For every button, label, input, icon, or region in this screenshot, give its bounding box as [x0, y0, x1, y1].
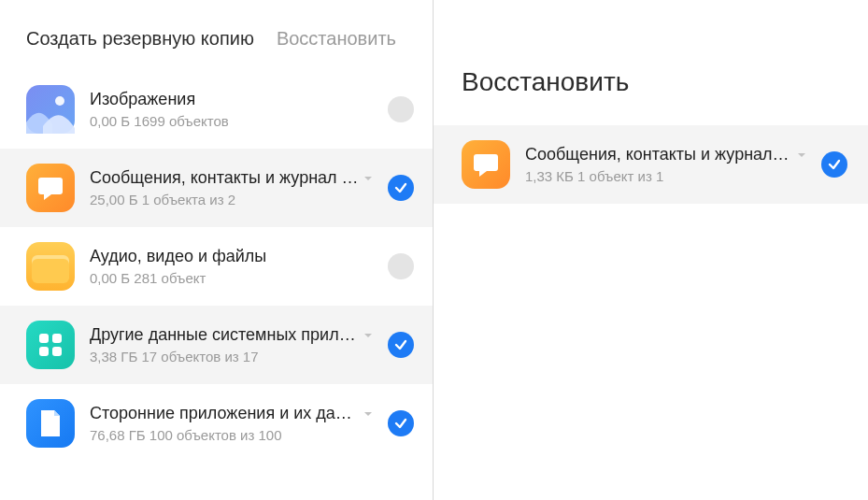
messages-icon: [26, 164, 75, 212]
item-text: Изображения 0,00 Б 1699 объектов: [90, 90, 373, 129]
item-subtitle: 25,00 Б 1 объекта из 2: [90, 192, 373, 207]
item-text: Аудио, видео и файлы 0,00 Б 281 объект: [90, 247, 373, 286]
check-icon: [393, 180, 408, 195]
item-subtitle: 3,38 ГБ 17 объектов из 17: [90, 349, 373, 364]
tabs: Создать резервную копию Восстановить: [0, 0, 433, 70]
item-title: Сообщения, контакты и журнал в…: [90, 168, 360, 188]
chevron-down-icon: [363, 331, 373, 340]
tab-backup[interactable]: Создать резервную копию: [26, 28, 254, 50]
item-title: Аудио, видео и файлы: [90, 247, 266, 266]
item-subtitle: 76,68 ГБ 100 объектов из 100: [90, 427, 373, 443]
checkbox[interactable]: [388, 96, 414, 122]
svg-rect-8: [474, 154, 498, 171]
document-icon: [26, 399, 75, 448]
checkbox[interactable]: [388, 332, 414, 358]
svg-rect-4: [39, 334, 49, 343]
item-subtitle: 1,33 КБ 1 объект из 1: [525, 168, 806, 184]
svg-point-0: [55, 96, 64, 106]
item-title: Сторонние приложения и их данн…: [90, 404, 360, 423]
item-subtitle: 0,00 Б 1699 объектов: [90, 113, 373, 129]
svg-rect-7: [52, 347, 62, 356]
item-title: Изображения: [90, 90, 195, 109]
item-text: Сторонние приложения и их данн… 76,68 ГБ…: [90, 404, 373, 443]
chevron-down-icon: [797, 150, 806, 160]
list-item-system-apps[interactable]: Другие данные системных прило… 3,38 ГБ 1…: [0, 306, 433, 384]
item-subtitle: 0,00 Б 281 объект: [90, 270, 373, 286]
item-text: Сообщения, контакты и журнал в… 1,33 КБ …: [525, 145, 806, 184]
restore-panel: Восстановить Сообщения, контакты и журна…: [434, 0, 868, 500]
list-item-messages[interactable]: Сообщения, контакты и журнал в… 25,00 Б …: [0, 149, 433, 227]
item-text: Сообщения, контакты и журнал в… 25,00 Б …: [90, 168, 373, 207]
page-title: Восстановить: [434, 0, 868, 125]
item-title: Другие данные системных прило…: [90, 325, 360, 345]
list-item-images[interactable]: Изображения 0,00 Б 1699 объектов: [0, 70, 433, 149]
chevron-down-icon: [363, 409, 373, 419]
svg-rect-3: [32, 259, 69, 283]
list-item-messages[interactable]: Сообщения, контакты и журнал в… 1,33 КБ …: [434, 125, 868, 204]
backup-panel: Создать резервную копию Восстановить Изо…: [0, 0, 434, 500]
checkbox[interactable]: [821, 151, 847, 178]
tab-restore[interactable]: Восстановить: [277, 28, 396, 50]
checkbox[interactable]: [388, 410, 414, 436]
images-icon: [26, 85, 75, 134]
check-icon: [393, 416, 408, 431]
checkbox[interactable]: [388, 175, 414, 201]
svg-rect-1: [38, 178, 63, 194]
list-item-files[interactable]: Аудио, видео и файлы 0,00 Б 281 объект: [0, 227, 433, 306]
svg-rect-5: [52, 334, 62, 343]
check-icon: [393, 337, 408, 352]
system-apps-icon: [26, 321, 75, 369]
messages-icon: [462, 140, 510, 189]
chevron-down-icon: [363, 174, 373, 183]
list-item-thirdparty-apps[interactable]: Сторонние приложения и их данн… 76,68 ГБ…: [0, 384, 433, 463]
item-title: Сообщения, контакты и журнал в…: [525, 145, 793, 164]
folder-icon: [26, 242, 75, 291]
checkbox[interactable]: [388, 253, 414, 279]
check-icon: [827, 157, 842, 172]
svg-rect-6: [39, 347, 49, 356]
item-text: Другие данные системных прило… 3,38 ГБ 1…: [90, 325, 373, 364]
